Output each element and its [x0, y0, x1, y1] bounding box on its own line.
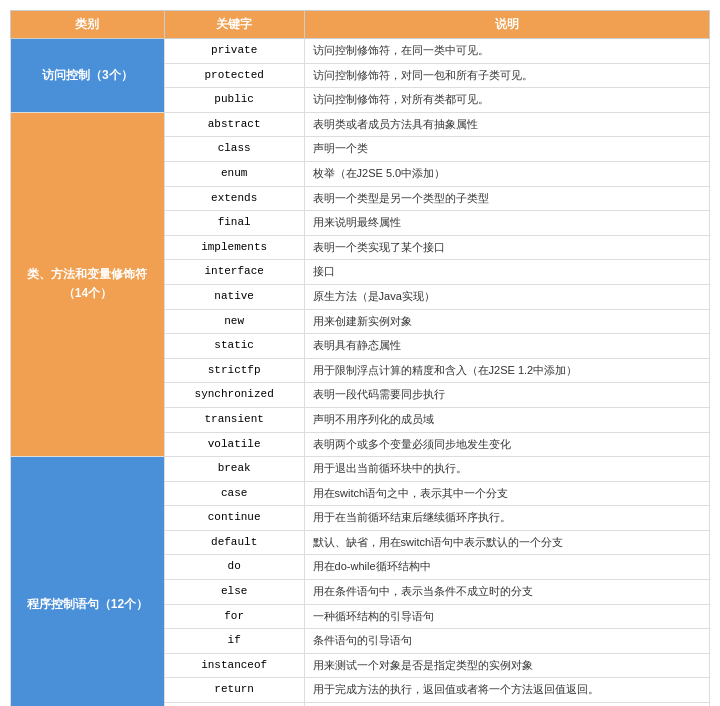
main-container: 类别 关键字 说明 访问控制（3个）private访问控制修饰符，在同一类中可见… [10, 10, 710, 706]
desc-cell: 枚举（在J2SE 5.0中添加） [304, 161, 709, 186]
keyword-cell: return [164, 678, 304, 703]
table-row: 程序控制语句（12个）break用于退出当前循环块中的执行。 [11, 457, 710, 482]
keyword-cell: switch [164, 703, 304, 706]
desc-cell: 一种循环结构的引导语句 [304, 604, 709, 629]
keyword-cell: implements [164, 235, 304, 260]
desc-cell: 默认、缺省，用在switch语句中表示默认的一个分支 [304, 530, 709, 555]
desc-cell: 表明两个或多个变量必须同步地发生变化 [304, 432, 709, 457]
desc-cell: 表明一段代码需要同步执行 [304, 383, 709, 408]
desc-cell: 用来测试一个对象是否是指定类型的实例对象 [304, 653, 709, 678]
desc-cell: 条件语句的引导语句 [304, 629, 709, 654]
keywords-table: 类别 关键字 说明 访问控制（3个）private访问控制修饰符，在同一类中可见… [10, 10, 710, 706]
desc-cell: 用于退出当前循环块中的执行。 [304, 457, 709, 482]
desc-cell: 接口 [304, 260, 709, 285]
desc-cell: 用来说明最终属性 [304, 211, 709, 236]
category-cell-0: 访问控制（3个） [11, 39, 165, 113]
keyword-cell: volatile [164, 432, 304, 457]
desc-cell: 声明一个类 [304, 137, 709, 162]
desc-cell: 用在switch语句之中，表示其中一个分支 [304, 481, 709, 506]
keyword-cell: private [164, 39, 304, 64]
keyword-cell: do [164, 555, 304, 580]
keyword-cell: instanceof [164, 653, 304, 678]
desc-cell: 访问控制修饰符，对所有类都可见。 [304, 88, 709, 113]
table-row: 类、方法和变量修饰符（14个）abstract表明类或者成员方法具有抽象属性 [11, 112, 710, 137]
desc-cell: 用在条件语句中，表示当条件不成立时的分支 [304, 580, 709, 605]
desc-cell: 表明一个类实现了某个接口 [304, 235, 709, 260]
header-keyword: 关键字 [164, 11, 304, 39]
desc-cell: 表明具有静态属性 [304, 334, 709, 359]
table-row: 访问控制（3个）private访问控制修饰符，在同一类中可见。 [11, 39, 710, 64]
keyword-cell: strictfp [164, 358, 304, 383]
desc-cell: 表明一个类型是另一个类型的子类型 [304, 186, 709, 211]
header-category: 类别 [11, 11, 165, 39]
desc-cell: 访问控制修饰符，对同一包和所有子类可见。 [304, 63, 709, 88]
desc-cell: 用于限制浮点计算的精度和含入（在J2SE 1.2中添加） [304, 358, 709, 383]
desc-cell: 用于在当前循环结束后继续循环序执行。 [304, 506, 709, 531]
keyword-cell: extends [164, 186, 304, 211]
desc-cell: 分支语句结构的引导语句 [304, 703, 709, 706]
header-desc: 说明 [304, 11, 709, 39]
keyword-cell: native [164, 284, 304, 309]
keyword-cell: transient [164, 407, 304, 432]
keyword-cell: if [164, 629, 304, 654]
keyword-cell: static [164, 334, 304, 359]
keyword-cell: synchronized [164, 383, 304, 408]
keyword-cell: interface [164, 260, 304, 285]
category-cell-2: 程序控制语句（12个） [11, 457, 165, 706]
keyword-cell: protected [164, 63, 304, 88]
desc-cell: 表明类或者成员方法具有抽象属性 [304, 112, 709, 137]
keyword-cell: final [164, 211, 304, 236]
desc-cell: 声明不用序列化的成员域 [304, 407, 709, 432]
category-cell-1: 类、方法和变量修饰符（14个） [11, 112, 165, 456]
keyword-cell: case [164, 481, 304, 506]
keyword-cell: default [164, 530, 304, 555]
keyword-cell: new [164, 309, 304, 334]
desc-cell: 用在do-while循环结构中 [304, 555, 709, 580]
keyword-cell: break [164, 457, 304, 482]
keyword-cell: for [164, 604, 304, 629]
keyword-cell: continue [164, 506, 304, 531]
keyword-cell: public [164, 88, 304, 113]
desc-cell: 访问控制修饰符，在同一类中可见。 [304, 39, 709, 64]
keyword-cell: abstract [164, 112, 304, 137]
keyword-cell: else [164, 580, 304, 605]
keyword-cell: enum [164, 161, 304, 186]
desc-cell: 用来创建新实例对象 [304, 309, 709, 334]
keyword-cell: class [164, 137, 304, 162]
desc-cell: 原生方法（是Java实现） [304, 284, 709, 309]
desc-cell: 用于完成方法的执行，返回值或者将一个方法返回值返回。 [304, 678, 709, 703]
